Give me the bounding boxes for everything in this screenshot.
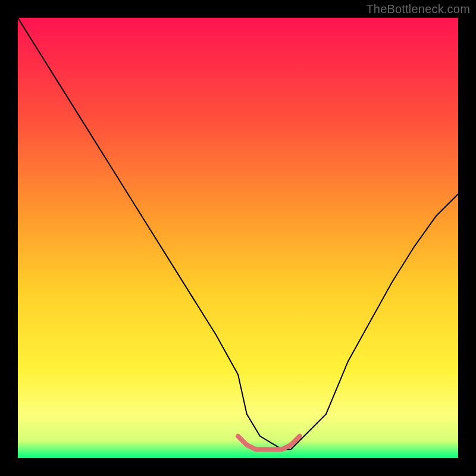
watermark-text: TheBottleneck.com [366, 2, 470, 16]
chart-frame: TheBottleneck.com [0, 0, 476, 476]
curve-layer [18, 18, 458, 458]
plot-area [18, 18, 458, 458]
bottleneck-curve [18, 18, 458, 449]
bottleneck-valley-marker [238, 436, 300, 449]
